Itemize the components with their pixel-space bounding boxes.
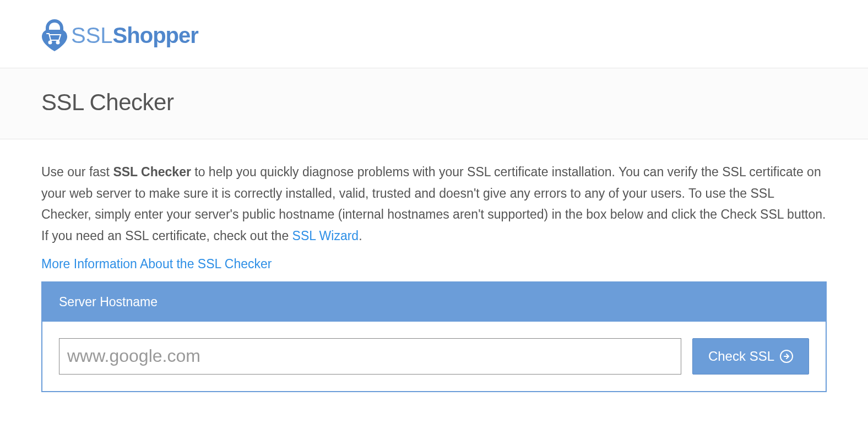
form-header-label: Server Hostname (42, 283, 826, 322)
logo-text-shopper: Shopper (113, 23, 198, 48)
ssl-wizard-link[interactable]: SSL Wizard (292, 229, 359, 243)
more-info-link[interactable]: More Information About the SSL Checker (41, 257, 272, 272)
logo-text-ssl: SSL (71, 23, 113, 48)
description-paragraph: Use our fast SSL Checker to help you qui… (41, 161, 827, 247)
ssl-check-form-panel: Server Hostname Check SSL (41, 281, 827, 392)
hostname-input[interactable] (59, 338, 681, 375)
svg-point-0 (49, 41, 52, 44)
svg-point-1 (57, 41, 59, 44)
description-suffix: . (359, 229, 362, 243)
arrow-right-circle-icon (780, 350, 793, 363)
form-body: Check SSL (42, 322, 826, 391)
lock-shopper-icon (41, 19, 68, 51)
check-ssl-button-label: Check SSL (708, 349, 774, 364)
logo-text: SSLShopper (71, 23, 198, 48)
page-content: Use our fast SSL Checker to help you qui… (0, 139, 868, 414)
page-title: SSL Checker (41, 89, 827, 116)
page-title-bar: SSL Checker (0, 68, 868, 139)
description-bold-term: SSL Checker (113, 165, 191, 179)
description-prefix: Use our fast (41, 165, 113, 179)
check-ssl-button[interactable]: Check SSL (692, 338, 809, 375)
site-logo[interactable]: SSLShopper (41, 19, 827, 51)
site-header: SSLShopper (0, 0, 868, 68)
